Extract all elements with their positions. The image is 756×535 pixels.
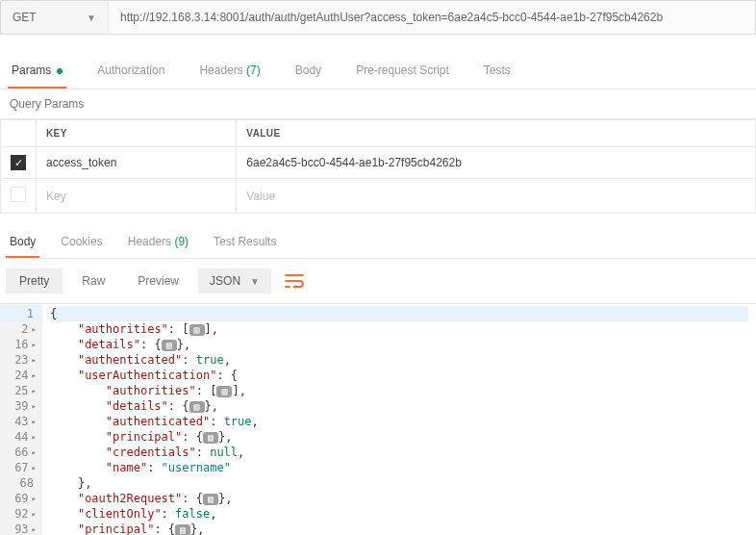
code-line: "authorities": [▧],	[50, 383, 748, 398]
request-url-bar: GET ▼	[0, 0, 756, 35]
rtab-cookies[interactable]: Cookies	[57, 227, 106, 258]
code-line: "name": "username"	[50, 460, 748, 475]
code-line: "principal": {▧},	[50, 522, 748, 535]
code-line: "clientOnly": false,	[50, 506, 748, 522]
code-line: {	[50, 306, 748, 321]
code-line: "oauth2Request": {▧},	[50, 491, 748, 506]
table-row-new[interactable]: Key Value	[1, 179, 756, 214]
line-number[interactable]: 68	[0, 475, 42, 491]
preview-button[interactable]: Preview	[124, 268, 192, 293]
line-number[interactable]: 92▸	[0, 506, 42, 522]
tab-authorization[interactable]: Authorization	[93, 54, 168, 89]
col-value: VALUE	[237, 120, 756, 147]
param-value[interactable]: 6ae2a4c5-bcc0-4544-ae1b-27f95cb4262b	[237, 147, 756, 179]
line-number[interactable]: 39▸	[0, 398, 42, 414]
response-viewer-toolbar: Pretty Raw Preview JSON ▼	[0, 259, 756, 303]
line-number[interactable]: 25▸	[0, 383, 42, 398]
rtab-testresults[interactable]: Test Results	[210, 227, 280, 258]
tab-body[interactable]: Body	[291, 54, 325, 89]
rtab-body[interactable]: Body	[6, 227, 39, 258]
row-checkbox-icon[interactable]	[11, 187, 26, 202]
line-number[interactable]: 1	[0, 306, 42, 321]
response-code-viewer[interactable]: 12▸16▸23▸24▸25▸39▸43▸44▸66▸67▸6869▸92▸93…	[0, 303, 756, 535]
line-number[interactable]: 66▸	[0, 445, 42, 460]
line-number[interactable]: 44▸	[0, 429, 42, 445]
line-number[interactable]: 16▸	[0, 337, 42, 352]
pretty-button[interactable]: Pretty	[6, 268, 63, 293]
line-number[interactable]: 93▸	[0, 522, 42, 535]
query-params-heading: Query Params	[0, 89, 756, 119]
row-checkbox-icon[interactable]: ✓	[11, 155, 26, 170]
code-line: "userAuthentication": {	[50, 368, 748, 383]
code-line: "authorities": [▧],	[50, 321, 748, 337]
response-tabs: Body Cookies Headers (9) Test Results	[0, 227, 756, 259]
format-select[interactable]: JSON ▼	[198, 268, 271, 293]
param-key-placeholder[interactable]: Key	[37, 179, 237, 214]
line-number[interactable]: 2▸	[0, 321, 42, 337]
param-key[interactable]: access_token	[37, 147, 237, 179]
col-key: KEY	[37, 120, 237, 147]
method-select[interactable]: GET ▼	[1, 1, 109, 34]
request-tabs: Params Authorization Headers (7) Body Pr…	[0, 54, 756, 89]
params-table: KEY VALUE ✓ access_token 6ae2a4c5-bcc0-4…	[0, 119, 756, 214]
chevron-down-icon: ▼	[250, 276, 260, 287]
code-line: "authenticated": true,	[50, 414, 748, 429]
tab-tests[interactable]: Tests	[480, 54, 515, 89]
code-line: "credentials": null,	[50, 445, 748, 460]
rtab-headers[interactable]: Headers (9)	[124, 227, 192, 258]
tab-headers[interactable]: Headers (7)	[195, 54, 264, 89]
url-input[interactable]	[109, 1, 755, 34]
chevron-down-icon: ▼	[87, 13, 96, 23]
line-number[interactable]: 67▸	[0, 460, 42, 475]
table-row[interactable]: ✓ access_token 6ae2a4c5-bcc0-4544-ae1b-2…	[1, 147, 756, 179]
wrap-icon[interactable]	[281, 269, 308, 293]
param-value-placeholder[interactable]: Value	[237, 179, 756, 214]
tab-params[interactable]: Params	[8, 54, 66, 89]
modified-dot-icon	[57, 68, 63, 74]
code-line: },	[50, 475, 748, 491]
line-number[interactable]: 24▸	[0, 368, 42, 383]
line-number[interactable]: 43▸	[0, 414, 42, 429]
raw-button[interactable]: Raw	[68, 268, 118, 293]
line-number[interactable]: 23▸	[0, 352, 42, 368]
line-number[interactable]: 69▸	[0, 491, 42, 506]
code-line: "principal": {▧},	[50, 429, 748, 445]
tab-prerequest[interactable]: Pre-request Script	[352, 54, 453, 89]
code-line: "details": {▧},	[50, 398, 748, 414]
code-line: "details": {▧},	[50, 337, 748, 352]
code-line: "authenticated": true,	[50, 352, 748, 368]
method-label: GET	[13, 11, 37, 24]
